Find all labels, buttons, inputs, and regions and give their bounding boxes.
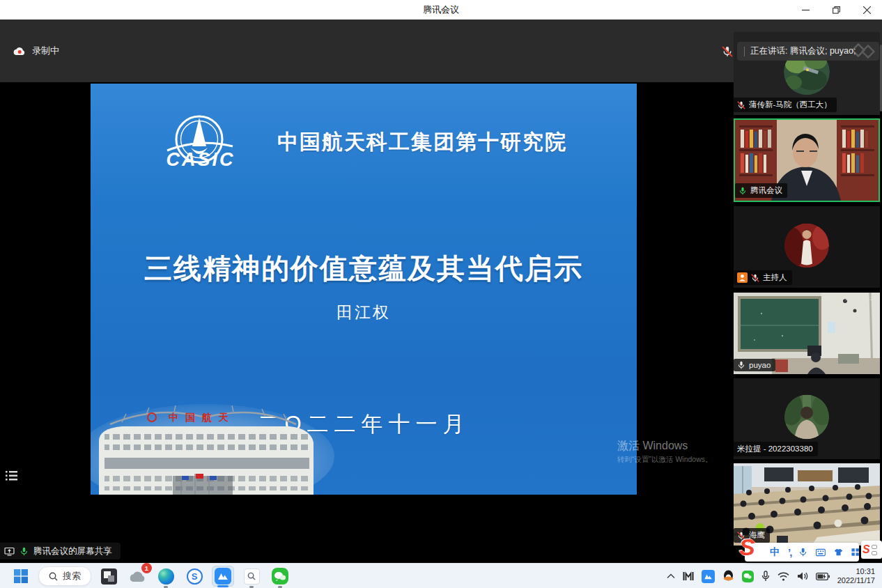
clock-date: 2022/11/17 (837, 576, 875, 585)
host-badge-icon (737, 272, 748, 283)
sogou-mini-panel[interactable]: S (861, 541, 882, 559)
close-icon (863, 6, 871, 14)
close-button[interactable] (851, 0, 882, 20)
restore-icon (833, 6, 840, 14)
sogou-logo-icon: S (862, 543, 870, 556)
tray-tencent-meeting[interactable] (702, 570, 715, 583)
building-photo: 中国航天 (91, 401, 338, 495)
speaker-icon (797, 571, 808, 581)
tencent-meeting-icon (702, 570, 715, 583)
wechat-button[interactable] (269, 566, 291, 587)
slide-author: 田江权 (91, 302, 637, 323)
windows-logo-icon (13, 568, 29, 584)
ime-language-toggle[interactable]: 中 (770, 546, 780, 559)
participant-label: 米拉提 - 2022303380 (734, 442, 818, 456)
annotation-list-button[interactable] (4, 468, 20, 483)
ime-skin-icon[interactable] (834, 548, 843, 557)
mic-speaking-icon (738, 187, 747, 195)
mic-muted-icon (751, 274, 759, 282)
tray-microphone[interactable] (761, 571, 770, 582)
taskbar-left: 搜索 1 S (10, 564, 291, 588)
battery-charging-icon (816, 573, 830, 580)
snipping-app-button[interactable] (98, 566, 120, 587)
participant-tile-haiying[interactable]: 海鹰 (734, 463, 880, 546)
cloud-app-button[interactable]: 1 (126, 566, 148, 587)
tray-notes-app[interactable] (683, 571, 694, 581)
svg-text:CASIC: CASIC (166, 149, 235, 170)
chevron-up-icon (667, 573, 675, 579)
notes-app-icon (683, 571, 694, 581)
tray-wechat[interactable] (742, 571, 754, 582)
recording-indicator: 录制中 (13, 45, 59, 57)
search-app-icon (244, 568, 260, 585)
qq-icon (722, 570, 734, 582)
tray-qq[interactable] (722, 570, 734, 582)
tencent-meeting-button[interactable] (212, 566, 234, 587)
participant-tile-puyao[interactable]: 2022-11-17 10:26:27 puyao (734, 293, 880, 374)
search-label: 搜索 (63, 570, 81, 582)
restore-button[interactable] (821, 0, 851, 20)
participant-label: 腾讯会议 (735, 183, 787, 198)
search-app-button[interactable] (240, 566, 263, 587)
edge-browser-button[interactable] (155, 566, 177, 587)
taskbar-tray: 10:31 2022/11/17 (667, 564, 878, 588)
running-indicator-active (217, 585, 229, 587)
window-title: 腾讯会议 (0, 0, 882, 20)
sogou-browser-icon: S (187, 568, 203, 585)
minimize-button[interactable] (790, 0, 821, 20)
ime-voice-icon[interactable] (799, 547, 807, 557)
taskbar-search[interactable]: 搜索 (38, 566, 91, 586)
participant-label: 蒲传新-马院（西工大） (734, 98, 837, 112)
participant-tile-milati[interactable]: 米拉提 - 2022303380 (734, 378, 880, 459)
sogou-logo-icon[interactable]: S (739, 534, 755, 561)
sogou-mini-buttons[interactable] (872, 545, 877, 555)
start-button[interactable] (10, 566, 32, 587)
slide-title: 三线精神的价值意蕴及其当代启示 (91, 249, 637, 288)
cloud-record-icon (13, 46, 26, 56)
taskbar-clock[interactable]: 10:31 2022/11/17 (837, 567, 878, 585)
participant-tile-tengxunhuiyi[interactable]: 腾讯会议 (734, 118, 880, 202)
ime-keyboard-icon[interactable] (816, 548, 826, 557)
tencent-meeting-icon (215, 568, 231, 585)
speaking-pill: 正在讲话: 腾讯会议; puyao; (737, 42, 879, 61)
ime-toolbox-icon[interactable] (851, 548, 859, 557)
screen-share-label: 腾讯会议的屏幕共享 (33, 546, 112, 557)
desktop: 腾讯会议 录制中 正 (0, 0, 882, 588)
tray-volume[interactable] (797, 571, 808, 581)
participant-label: 主持人 (734, 270, 792, 285)
slide-org-name: 中国航天科工集团第十研究院 (277, 128, 567, 157)
list-icon (5, 470, 19, 482)
casic-logo-icon: CASIC (160, 111, 259, 173)
tray-battery[interactable] (816, 573, 830, 580)
snip-icon (101, 568, 117, 585)
edge-icon (158, 568, 174, 585)
mic-on-icon (20, 547, 29, 556)
speaking-indicator: 正在讲话: 腾讯会议; puyao; (722, 42, 879, 61)
wechat-icon (742, 571, 754, 582)
participant-label: puyao (734, 359, 775, 371)
window-titlebar: 腾讯会议 (0, 0, 882, 20)
tencent-meeting-watermark-icon (850, 43, 878, 60)
svg-text:中国航天: 中国航天 (169, 412, 235, 423)
camera-timestamp: 2022-11-17 10:26:27 (821, 295, 876, 302)
wifi-icon (777, 572, 789, 581)
screen-share-pill[interactable]: 腾讯会议的屏幕共享 (0, 543, 121, 559)
tray-expand-button[interactable] (667, 573, 675, 579)
avatar (784, 223, 829, 268)
ime-punctuation-toggle[interactable]: ’, (788, 546, 791, 558)
wechat-icon (272, 568, 288, 585)
participants-sidebar: 蒲传新-马院（西工大） (732, 20, 882, 563)
microphone-icon (761, 571, 770, 582)
mic-on-icon (737, 361, 745, 369)
participant-tile-host[interactable]: 主持人 (734, 206, 880, 288)
sogou-ime-toolbar[interactable]: S 中 ’, (745, 543, 859, 562)
tray-wifi[interactable] (777, 572, 789, 581)
windows-activation-watermark: 激活 Windows 转到“设置”以激活 Windows。 (617, 438, 713, 465)
clock-time: 10:31 (837, 567, 875, 576)
window-controls (790, 0, 882, 20)
screen-share-icon (4, 547, 15, 556)
sogou-browser-button[interactable]: S (183, 566, 206, 587)
notification-badge: 1 (141, 563, 152, 573)
speaking-text: 正在讲话: 腾讯会议; puyao; (750, 45, 856, 57)
taskbar: 搜索 1 S (0, 563, 882, 588)
